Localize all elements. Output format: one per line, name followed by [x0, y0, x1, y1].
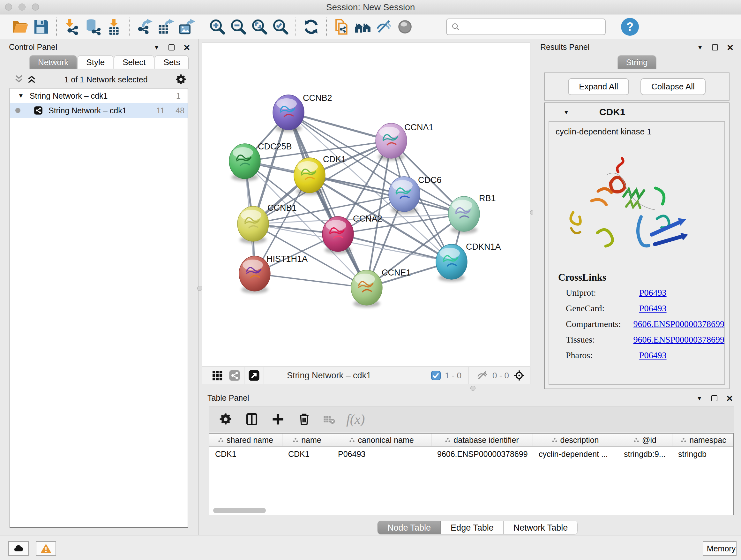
network-node-CCNB2[interactable] [273, 95, 304, 132]
network-node-CDC6[interactable] [389, 177, 420, 214]
import-network-from-database-button[interactable] [82, 16, 104, 37]
entry-expand-caret[interactable]: ▼ [563, 109, 569, 115]
table-cell[interactable]: stringdb:9... [618, 447, 672, 461]
network-node-CDC25B[interactable] [229, 144, 260, 181]
table-cell[interactable]: stringdb [672, 447, 735, 461]
crosslink-link[interactable]: 9606.ENSP00000378699 [633, 319, 724, 329]
help-button[interactable]: ? [621, 18, 639, 36]
panel-menu-caret[interactable]: ▼ [696, 395, 702, 401]
crosslink-link[interactable]: P06493 [639, 303, 667, 314]
memory-button[interactable]: Memory [703, 541, 737, 556]
crosslink-label: Pharos: [566, 350, 639, 361]
add-column-icon[interactable] [270, 412, 286, 427]
close-panel-icon[interactable]: × [726, 394, 733, 402]
network-node-CCNA2[interactable] [322, 216, 354, 254]
collapse-all-icon[interactable] [13, 75, 24, 84]
export-image-button[interactable] [176, 16, 197, 37]
refresh-button[interactable] [300, 16, 322, 37]
network-node-CDKN1A[interactable] [436, 244, 467, 282]
tab-edge-table[interactable]: Edge Table [441, 521, 503, 534]
show-columns-icon[interactable] [244, 412, 259, 427]
tab-sets[interactable]: Sets [155, 55, 189, 69]
network-edge[interactable] [255, 273, 367, 288]
zoom-fit-button[interactable] [249, 16, 270, 37]
cloud-status-button[interactable] [8, 541, 29, 556]
zoom-selected-button[interactable] [270, 16, 291, 37]
float-panel-icon[interactable] [712, 44, 718, 51]
search-input[interactable] [463, 22, 601, 32]
table-cell[interactable]: cyclin-dependent ... [533, 447, 618, 461]
splitter-handle[interactable] [470, 386, 475, 391]
warnings-button[interactable] [36, 541, 56, 556]
open-session-button[interactable] [10, 16, 30, 37]
horizontal-scrollbar-thumb[interactable] [213, 508, 266, 513]
entry-header[interactable]: ▼ CDK1 [545, 103, 729, 121]
collapse-all-button[interactable]: Collapse All [641, 78, 705, 95]
string-share-icon[interactable] [228, 369, 241, 382]
export-table-button[interactable] [155, 16, 176, 37]
network-row-selected[interactable]: String Network – cdk1 11 48 [10, 103, 188, 118]
panel-menu-caret[interactable]: ▼ [153, 44, 159, 51]
tree-expand-caret[interactable]: ▼ [18, 92, 24, 99]
selected-checkbox-icon[interactable] [431, 369, 441, 382]
export-network-button[interactable] [134, 16, 155, 37]
delete-column-icon[interactable] [296, 412, 312, 427]
float-panel-icon[interactable] [169, 44, 175, 51]
column-header--id[interactable]: @id [618, 434, 672, 446]
show-graphics-button[interactable] [394, 16, 415, 37]
network-collection-row[interactable]: ▼ String Network – cdk1 1 [10, 88, 188, 103]
import-table-button[interactable] [104, 16, 125, 37]
maximize-window-button[interactable] [32, 3, 39, 10]
zoom-in-button[interactable] [207, 16, 228, 37]
expand-all-icon[interactable] [26, 75, 37, 84]
table-row[interactable]: CDK1CDK1P064939606.ENSP00000378699cyclin… [209, 447, 733, 461]
network-node-CDK1[interactable] [294, 158, 325, 195]
tab-network[interactable]: Network [29, 55, 77, 69]
save-session-button[interactable] [30, 16, 52, 37]
column-header-description[interactable]: description [533, 434, 618, 446]
column-header-shared-name[interactable]: shared name [209, 434, 282, 446]
crosslink-link[interactable]: P06493 [639, 350, 667, 361]
crosslink-link[interactable]: 9606.ENSP00000378699 [633, 334, 724, 345]
column-header-namespac[interactable]: namespac [672, 434, 735, 446]
panel-menu-caret[interactable]: ▼ [697, 44, 703, 51]
crosshair-icon[interactable] [513, 369, 526, 382]
gear-icon[interactable] [175, 73, 187, 85]
network-node-HIST1H1A[interactable] [239, 256, 270, 294]
birds-eye-view-icon[interactable] [248, 369, 260, 382]
network-node-CCNA1[interactable] [376, 123, 407, 161]
tab-string-results[interactable]: String [617, 55, 657, 69]
column-header-canonical-name[interactable]: canonical name [332, 434, 431, 446]
zoom-out-button[interactable] [228, 16, 249, 37]
column-header-database-identifier[interactable]: database identifier [431, 434, 533, 446]
tab-style[interactable]: Style [77, 55, 113, 69]
minimize-window-button[interactable] [18, 3, 25, 10]
column-header-name[interactable]: name [282, 434, 332, 446]
share-network-file-button[interactable] [331, 16, 352, 37]
hidden-eye-slash-icon[interactable] [476, 369, 488, 382]
tab-select[interactable]: Select [114, 55, 154, 69]
network-node-CCNB1[interactable] [238, 206, 269, 244]
table-cell[interactable]: P06493 [332, 447, 431, 461]
tab-network-table[interactable]: Network Table [503, 521, 578, 534]
home-networks-button[interactable] [352, 16, 374, 37]
crosslink-link[interactable]: P06493 [639, 288, 667, 298]
table-cell[interactable]: 9606.ENSP00000378699 [431, 447, 533, 461]
grid-view-icon[interactable] [211, 369, 224, 382]
tab-node-table[interactable]: Node Table [378, 521, 441, 534]
import-network-button[interactable] [61, 16, 82, 37]
network-node-CCNE1[interactable] [351, 270, 382, 307]
network-canvas[interactable]: CCNB2CCNA1CDC25BCDK1CDC6RB1CCNB1CCNA2CDK… [202, 43, 530, 367]
network-tree: ▼ String Network – cdk1 1 String Network… [10, 88, 188, 528]
table-settings-gear-icon[interactable] [218, 412, 233, 427]
network-node-RB1[interactable] [448, 196, 480, 234]
close-window-button[interactable] [5, 3, 12, 10]
float-panel-icon[interactable] [711, 395, 718, 401]
splitter-handle[interactable] [197, 286, 202, 291]
hide-panel-button[interactable] [374, 16, 394, 37]
close-panel-icon[interactable]: × [727, 43, 733, 52]
expand-all-button[interactable]: Expand All [568, 78, 629, 95]
table-cell[interactable]: CDK1 [209, 447, 282, 461]
table-cell[interactable]: CDK1 [282, 447, 332, 461]
close-panel-icon[interactable]: × [184, 43, 190, 52]
